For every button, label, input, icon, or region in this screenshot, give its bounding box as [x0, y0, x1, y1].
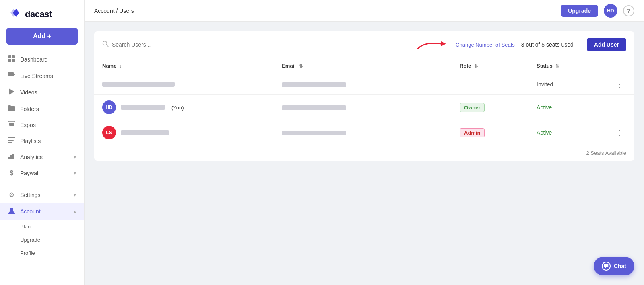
status-sort-icon[interactable]: ⇅: [555, 64, 559, 68]
svg-rect-11: [8, 142, 12, 143]
user-avatar[interactable]: HD: [604, 4, 617, 18]
expos-icon: [8, 121, 15, 129]
videos-icon: [8, 88, 15, 96]
avatar-hd: HD: [102, 100, 116, 114]
sidebar-item-settings[interactable]: ⚙ Settings ▾: [0, 187, 84, 203]
analytics-chevron-icon: ▾: [74, 154, 76, 160]
svg-rect-13: [10, 155, 12, 159]
sidebar-item-expos[interactable]: Expos: [0, 117, 84, 133]
playlists-label: Playlists: [20, 138, 41, 144]
email-blurred-1: [282, 82, 346, 87]
svg-rect-9: [8, 137, 15, 138]
topbar: Account / Users Upgrade HD ?: [85, 0, 644, 22]
col-status-label: Status: [537, 63, 553, 69]
svg-rect-0: [8, 55, 11, 58]
live-streams-label: Live Streams: [20, 73, 53, 79]
table-row: Invited ⋮: [94, 74, 634, 95]
chat-label: Chat: [614, 263, 626, 269]
seats-available: 2 Seats Available: [94, 145, 634, 161]
table-row: HD (You) Owner: [94, 95, 634, 120]
sidebar-item-folders[interactable]: Folders: [0, 101, 84, 117]
change-seats-link[interactable]: Change Number of Seats: [456, 42, 515, 48]
chat-button[interactable]: Chat: [594, 257, 634, 275]
svg-rect-2: [8, 59, 11, 62]
svg-rect-10: [8, 140, 14, 141]
svg-rect-8: [9, 123, 14, 126]
topbar-right: Upgrade HD ?: [561, 4, 634, 18]
role-badge-admin: Admin: [460, 128, 485, 137]
search-wrapper: [102, 41, 411, 49]
seats-used-text: 3 out of 5 seats used: [521, 41, 580, 48]
chat-circle-icon: [602, 262, 611, 271]
row-menu-3[interactable]: ⋮: [613, 127, 626, 138]
col-role-label: Role: [460, 63, 471, 69]
add-user-button[interactable]: Add User: [587, 38, 626, 51]
upgrade-label: Upgrade: [20, 237, 40, 243]
user-row-1: [102, 82, 266, 87]
user-row-2: HD (You): [102, 100, 266, 114]
email-blurred-2: [282, 105, 346, 110]
svg-line-17: [107, 45, 109, 47]
svg-rect-1: [12, 55, 15, 58]
name-blurred-2: [121, 105, 165, 110]
search-input[interactable]: [112, 41, 411, 48]
sidebar-item-account[interactable]: Account ▴: [0, 203, 84, 220]
analytics-icon: [8, 154, 15, 161]
col-actions: [605, 58, 634, 74]
svg-rect-4: [8, 72, 14, 76]
user-row-3: LS: [102, 126, 266, 139]
name-sort-icon[interactable]: ↓: [120, 64, 122, 68]
svg-marker-18: [441, 41, 446, 46]
account-chevron-icon: ▴: [74, 209, 76, 214]
search-actions-bar: Change Number of Seats 3 out of 5 seats …: [94, 31, 634, 58]
name-blurred-3: [121, 130, 169, 135]
analytics-label: Analytics: [20, 154, 43, 160]
sidebar-item-videos[interactable]: Videos: [0, 84, 84, 101]
sidebar-subitem-upgrade[interactable]: Upgrade: [0, 233, 84, 246]
role-sort-icon[interactable]: ⇅: [474, 64, 478, 68]
sidebar: dacast Add + Dashboard Live Streams Vide…: [0, 0, 85, 285]
table-row: LS Admin Active: [94, 120, 634, 146]
paywall-label: Paywall: [20, 170, 39, 176]
svg-rect-12: [8, 157, 10, 159]
svg-marker-5: [14, 73, 15, 76]
add-button[interactable]: Add +: [6, 28, 78, 45]
content-card: Change Number of Seats 3 out of 5 seats …: [94, 31, 634, 161]
breadcrumb: Account / Users: [94, 8, 134, 14]
svg-rect-3: [12, 59, 15, 62]
sidebar-item-analytics[interactable]: Analytics ▾: [0, 149, 84, 165]
svg-marker-6: [9, 88, 14, 95]
users-table: Name ↓ Email ⇅ Role ⇅: [94, 58, 634, 161]
col-email: Email ⇅: [274, 58, 452, 74]
name-blurred-1: [102, 82, 175, 87]
playlists-icon: [8, 137, 15, 145]
email-blurred-3: [282, 131, 346, 135]
sidebar-subitem-profile[interactable]: Profile: [0, 246, 84, 260]
sidebar-item-live-streams[interactable]: Live Streams: [0, 68, 84, 84]
status-2: Active: [537, 104, 552, 111]
sidebar-item-playlists[interactable]: Playlists: [0, 133, 84, 149]
svg-rect-14: [12, 154, 14, 159]
col-name: Name ↓: [94, 58, 274, 74]
sidebar-item-dashboard[interactable]: Dashboard: [0, 51, 84, 68]
expos-label: Expos: [20, 122, 36, 128]
settings-chevron-icon: ▾: [74, 192, 76, 198]
settings-icon: ⚙: [8, 191, 15, 199]
row-menu-1[interactable]: ⋮: [613, 79, 626, 90]
search-icon: [102, 41, 109, 49]
sidebar-subitem-plan[interactable]: Plan: [0, 220, 84, 233]
settings-label: Settings: [20, 192, 41, 198]
logo: dacast: [0, 0, 84, 28]
role-badge-owner: Owner: [460, 103, 485, 112]
logo-text: dacast: [25, 9, 52, 20]
email-sort-icon[interactable]: ⇅: [299, 64, 303, 68]
col-email-label: Email: [282, 63, 296, 69]
folders-label: Folders: [20, 106, 39, 112]
breadcrumb-parent: Account: [94, 8, 115, 14]
upgrade-button[interactable]: Upgrade: [561, 5, 598, 17]
sidebar-item-paywall[interactable]: $ Paywall ▾: [0, 165, 84, 181]
account-icon: [8, 207, 15, 215]
help-icon[interactable]: ?: [623, 5, 634, 16]
paywall-icon: $: [8, 170, 15, 177]
col-role: Role ⇅: [452, 58, 528, 74]
